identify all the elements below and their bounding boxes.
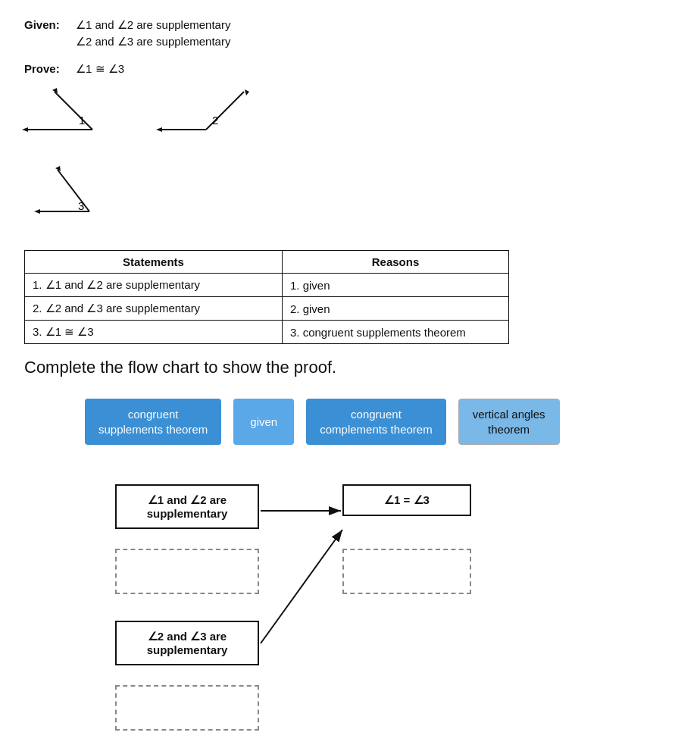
angle3-diagram: 3 (36, 166, 676, 236)
svg-line-2 (55, 92, 92, 130)
svg-text:2: 2 (212, 114, 218, 127)
reason-1: 1. given (283, 274, 509, 297)
prove-section: Prove: ∠1 ≅ ∠3 (24, 62, 676, 76)
svg-text:1: 1 (79, 114, 85, 127)
flow-dashed-box-1[interactable] (115, 549, 259, 594)
flow-box-1-text: ∠1 and ∠2 aresupplementary (147, 493, 228, 520)
choice-given[interactable]: given (233, 399, 294, 445)
table-header-reasons: Reasons (283, 251, 509, 274)
angle2-svg: 2 (161, 88, 259, 156)
angle2-diagram: 2 (161, 88, 259, 158)
given-section: Given: ∠1 and ∠2 are supplementary ∠2 an… (24, 18, 676, 49)
statement-2: 2. ∠2 and ∠3 are supplementary (25, 297, 283, 321)
choice-congruent-complements[interactable]: congruent complements theorem (306, 399, 445, 445)
table-row: 1. ∠1 and ∠2 are supplementary 1. given (25, 274, 509, 297)
complete-instructions: Complete the flow chart to show the proo… (24, 358, 676, 377)
flow-result-text: ∠1 = ∠3 (384, 493, 430, 506)
statement-3: 3. ∠1 ≅ ∠3 (25, 321, 283, 344)
given-label: Given: (24, 18, 70, 31)
angle1-diagram: 1 (24, 88, 115, 158)
svg-marker-8 (245, 89, 249, 95)
svg-marker-6 (156, 127, 162, 132)
table-row: 3. ∠1 ≅ ∠3 3. congruent supplements theo… (25, 321, 509, 344)
table-row: 2. ∠2 and ∠3 are supplementary 2. given (25, 297, 509, 321)
flow-box-2: ∠2 and ∠3 aresupplementary (115, 621, 259, 665)
choices-row: congruent supplements theorem given cong… (24, 399, 676, 445)
choice-congruent-supplements[interactable]: congruent supplements theorem (85, 399, 221, 445)
reason-3: 3. congruent supplements theorem (283, 321, 509, 344)
svg-line-12 (58, 170, 89, 211)
given-line2: ∠2 and ∠3 are supplementary (76, 35, 230, 48)
flow-result-box: ∠1 = ∠3 (342, 484, 471, 516)
reason-2: 2. given (283, 297, 509, 321)
prove-statement: ∠1 ≅ ∠3 (76, 62, 124, 76)
svg-marker-1 (22, 127, 28, 132)
angle3-svg: 3 (36, 166, 112, 234)
statement-1: 1. ∠1 and ∠2 are supplementary (25, 274, 283, 297)
flow-dashed-box-2[interactable] (115, 685, 259, 731)
svg-text:3: 3 (78, 199, 84, 212)
proof-table: Statements Reasons 1. ∠1 and ∠2 are supp… (24, 250, 509, 344)
svg-marker-11 (34, 209, 40, 214)
diagrams-area: 1 2 (24, 88, 676, 158)
flow-box-2-text: ∠2 and ∠3 aresupplementary (147, 630, 228, 656)
angle1-svg: 1 (24, 88, 115, 156)
table-header-statements: Statements (25, 251, 283, 274)
svg-line-17 (261, 530, 342, 643)
prove-label: Prove: (24, 62, 70, 75)
flow-box-1: ∠1 and ∠2 aresupplementary (115, 484, 259, 529)
given-line1: ∠1 and ∠2 are supplementary (76, 18, 230, 32)
flow-dashed-result[interactable] (342, 549, 471, 594)
choice-vertical-angles[interactable]: vertical angles theorem (458, 399, 560, 445)
flow-chart-area: ∠1 and ∠2 aresupplementary ∠2 and ∠3 are… (24, 469, 676, 727)
